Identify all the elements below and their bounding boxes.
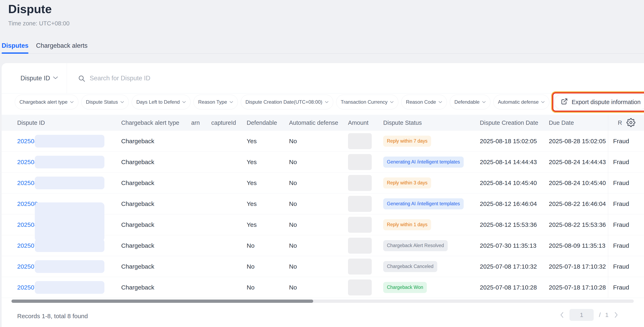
automatic-defense-cell: No — [289, 173, 297, 193]
automatic-defense-cell: No — [289, 235, 297, 256]
column-settings-gear-icon[interactable] — [626, 118, 636, 128]
filter-transaction-currency-chip[interactable]: Transaction Currency — [336, 95, 398, 109]
filter-defendable-chip[interactable]: Defendable — [450, 95, 490, 109]
export-dispute-information-button[interactable]: Export dispute information — [554, 94, 644, 110]
search-row: Dispute ID — [2, 63, 644, 93]
column-header-dispute-creation-date: Dispute Creation Date — [480, 115, 538, 131]
export-button-label: Export dispute information — [572, 99, 640, 106]
search-input[interactable] — [89, 63, 376, 93]
filter-reason-type-chip[interactable]: Reason Type — [194, 95, 238, 109]
search-divider — [67, 63, 67, 93]
filter-chargeback-alert-type-chip[interactable]: Chargeback alert type — [15, 95, 78, 109]
filter-days-left-to-defend-chip[interactable]: Days Left to Defend — [132, 95, 190, 109]
records-summary: Records 1-8, total 8 found — [17, 313, 88, 320]
filter-label: Reason Code — [406, 99, 436, 105]
horizontal-scrollbar-thumb[interactable] — [12, 299, 313, 303]
dispute-status-badge: Reply within 1 days — [383, 219, 431, 230]
search-field-selector-value: Dispute ID — [20, 63, 50, 93]
horizontal-scrollbar-track[interactable] — [12, 299, 634, 303]
status-cell: Reply within 7 days — [383, 131, 431, 151]
current-page-input[interactable]: 1 — [570, 309, 594, 321]
table-row: 202508 Chargeback Yes No Reply within 3 … — [2, 173, 644, 193]
dispute-status-badge: Generating AI /intelligent templates — [383, 157, 464, 168]
timezone-label: Time zone: UTC+08:00 — [8, 20, 70, 27]
automatic-defense-cell: No — [289, 152, 297, 172]
defendable-cell: Yes — [247, 214, 257, 235]
due-date-cell: 2025-08-24 10:45:40 — [549, 173, 606, 193]
redaction-dispute-id — [35, 202, 104, 241]
creation-date-cell: 2025-08-12 16:46:04 — [480, 193, 537, 214]
status-cell: Chargeback Won — [383, 277, 427, 298]
table-body: 202508 Chargeback Yes No Reply within 7 … — [2, 131, 644, 298]
filter-dispute-creation-date-chip[interactable]: Dispute Creation Date(UTC+08:00) — [241, 95, 333, 109]
creation-date-cell: 2025-07-08 17:10:28 — [480, 277, 537, 298]
column-header-captureid: captureId — [211, 115, 236, 131]
table-row: 202508 Chargeback Yes No Generating AI /… — [2, 152, 644, 173]
defendable-cell: Yes — [247, 173, 257, 193]
next-page-icon[interactable] — [614, 311, 618, 318]
due-date-cell: 2025-07-18 17:10:28 — [549, 277, 606, 298]
due-date-cell: 2025-08-22 16:46:04 — [549, 193, 606, 214]
due-date-cell: 2025-08-22 15:53:36 — [549, 214, 606, 235]
redaction-amount — [348, 279, 372, 295]
redaction-dispute-id — [35, 239, 104, 252]
automatic-defense-cell: No — [289, 131, 297, 151]
filter-label: Defendable — [454, 99, 480, 105]
creation-date-cell: 2025-08-14 10:45:40 — [480, 173, 537, 193]
status-cell: Chargeback Canceled — [383, 256, 437, 277]
table-row: 2025070 Chargeback No No Chargeback Canc… — [2, 256, 644, 277]
previous-page-icon[interactable] — [560, 311, 564, 318]
table-header: Dispute ID Chargeback alert type arn cap… — [2, 115, 644, 131]
page-title: Dispute — [8, 1, 52, 18]
redaction-dispute-id — [35, 156, 104, 168]
filter-label: Automatic defense — [498, 99, 539, 105]
status-cell: Chargeback Alert Resolved — [383, 235, 448, 256]
redaction-amount — [348, 238, 372, 254]
dispute-page: Dispute Time zone: UTC+08:00 Disputes Ch… — [0, 0, 644, 327]
column-header-due-date: Due Date — [549, 115, 574, 131]
dispute-status-badge: Generating AI /intelligent templates — [383, 198, 464, 209]
dispute-status-badge: Chargeback Canceled — [383, 261, 437, 272]
filter-dispute-status-chip[interactable]: Dispute Status — [81, 95, 129, 109]
automatic-defense-cell: No — [289, 214, 297, 235]
defendable-cell: No — [247, 256, 254, 277]
status-cell: Generating AI /intelligent templates — [383, 193, 464, 214]
alert-type-cell: Chargeback — [121, 193, 154, 214]
filter-label: Dispute Creation Date(UTC+08:00) — [246, 99, 322, 105]
column-header-reason-truncated: R — [618, 115, 622, 131]
column-header-chargeback-alert-type: Chargeback alert type — [121, 115, 179, 131]
redaction-amount — [348, 175, 372, 191]
filter-label: Transaction Currency — [341, 99, 388, 105]
status-cell: Reply within 1 days — [383, 214, 431, 235]
automatic-defense-cell: No — [289, 193, 297, 214]
external-link-icon — [561, 98, 568, 106]
filter-label: Dispute Status — [86, 99, 118, 105]
redaction-amount — [348, 133, 372, 149]
page-total: / 1 — [599, 311, 608, 318]
tab-disputes[interactable]: Disputes — [2, 40, 28, 53]
dispute-status-badge: Chargeback Won — [383, 282, 427, 293]
tab-chargeback-alerts[interactable]: Chargeback alerts — [36, 40, 88, 53]
disputes-card: Dispute ID Chargeback alert type Dispute… — [2, 63, 644, 327]
defendable-cell: No — [247, 277, 254, 298]
defendable-cell: No — [247, 235, 254, 256]
reason-type-cell: Fraud — [613, 235, 629, 256]
filter-label: Reason Type — [198, 99, 227, 105]
redaction-dispute-id — [35, 135, 104, 148]
reason-type-cell: Fraud — [613, 214, 629, 235]
redaction-dispute-id — [35, 177, 104, 189]
column-header-arn: arn — [191, 115, 200, 131]
automatic-defense-cell: No — [289, 277, 297, 298]
redaction-dispute-id — [35, 281, 104, 294]
filter-label: Days Left to Defend — [136, 99, 180, 105]
search-icon — [78, 75, 86, 83]
creation-date-cell: 2025-07-08 17:10:32 — [480, 256, 537, 277]
creation-date-cell: 2025-08-12 15:53:36 — [480, 214, 537, 235]
alert-type-cell: Chargeback — [121, 173, 154, 193]
search-field-selector[interactable]: Dispute ID — [2, 63, 67, 93]
creation-date-cell: 2025-08-18 15:02:05 — [480, 131, 537, 151]
status-cell: Reply within 3 days — [383, 173, 431, 193]
filter-reason-code-chip[interactable]: Reason Code — [401, 95, 447, 109]
filter-automatic-defense-chip[interactable]: Automatic defense — [493, 95, 550, 109]
defendable-cell: Yes — [247, 152, 257, 172]
